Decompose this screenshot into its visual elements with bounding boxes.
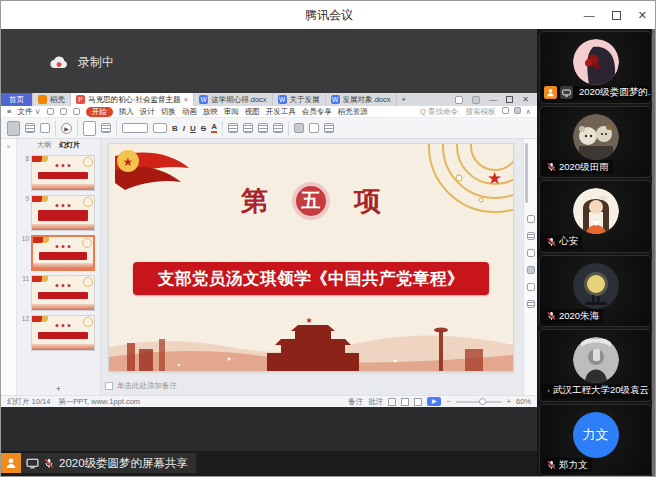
- help-icon[interactable]: [527, 283, 535, 291]
- bullet-list-icon[interactable]: [258, 123, 268, 133]
- cut-copy-icons[interactable]: [25, 123, 35, 133]
- layout-switch-icon[interactable]: [455, 96, 463, 104]
- menu-item-devtools[interactable]: 开发工具: [266, 107, 296, 117]
- comments-pane-icon[interactable]: [527, 266, 535, 274]
- participant-tile[interactable]: 心安: [539, 180, 652, 253]
- menu-item-view[interactable]: 视图: [245, 107, 260, 117]
- new-tab-button[interactable]: +: [397, 93, 411, 106]
- add-slide-button[interactable]: +: [17, 384, 100, 394]
- collaborate-icon[interactable]: [502, 107, 509, 114]
- participant-name: 郑力文: [559, 459, 588, 472]
- maximize-button[interactable]: [612, 11, 621, 20]
- font-family-select[interactable]: [122, 123, 148, 133]
- minimize-button[interactable]: —: [584, 9, 595, 21]
- participant-tile[interactable]: 2020级田雨: [539, 106, 652, 179]
- wps-maximize-button[interactable]: [506, 96, 513, 103]
- recording-label: 录制中: [78, 54, 114, 71]
- participant-tile[interactable]: 力文 郑力文: [539, 404, 652, 477]
- menu-item-transition[interactable]: 切换: [161, 107, 176, 117]
- shape-outline-icon[interactable]: [309, 123, 319, 133]
- participant-name-chip: 2020级田雨: [543, 160, 613, 174]
- zoom-out-button[interactable]: −: [446, 397, 450, 406]
- slide-thumbnail-8[interactable]: [31, 155, 95, 191]
- menu-item-design[interactable]: 设计: [140, 107, 155, 117]
- comments-toggle[interactable]: 批注: [368, 397, 383, 407]
- wps-tabbar: 首页 稻壳 P 马克思的初心·社会监督主题 × W 这学期心得.docx W 关…: [1, 93, 537, 106]
- slides-tab[interactable]: 幻灯片: [59, 140, 80, 150]
- menu-item-docer-res[interactable]: 稻壳资源: [338, 107, 368, 117]
- slide-thumbnail-12[interactable]: [31, 315, 95, 351]
- bold-button[interactable]: B: [172, 124, 178, 133]
- tab-doc2[interactable]: W 关于发展: [273, 93, 326, 106]
- muted-mic-icon: [44, 458, 54, 469]
- editor-scrollbar[interactable]: [525, 143, 528, 203]
- properties-icon[interactable]: [527, 215, 535, 223]
- command-search[interactable]: Q 查找命令、搜索模板: [420, 107, 495, 117]
- participant-tile[interactable]: 2020朱海: [539, 255, 652, 328]
- format-painter-icon[interactable]: [40, 123, 50, 133]
- menu-item-slideshow[interactable]: 放映: [203, 107, 218, 117]
- menu-item-home[interactable]: 开始: [86, 107, 113, 117]
- file-menu[interactable]: 文件 ∨: [17, 107, 40, 117]
- notes-toggle[interactable]: 备注: [348, 397, 363, 407]
- tab-docer[interactable]: 稻壳: [33, 93, 71, 106]
- slide-thumbnail-10-selected[interactable]: [31, 235, 95, 271]
- wps-minimize-button[interactable]: —: [489, 95, 497, 104]
- paste-button[interactable]: [7, 121, 20, 136]
- ribbon-collapse-icon[interactable]: ∧: [526, 107, 532, 116]
- participant-tile[interactable]: 2020级娄圆梦的...: [539, 31, 652, 104]
- wps-window: 首页 稻壳 P 马克思的初心·社会监督主题 × W 这学期心得.docx W 关…: [1, 93, 537, 407]
- participant-tile[interactable]: 武汉工程大学20级袁云: [539, 329, 652, 402]
- strikethrough-button[interactable]: S: [201, 124, 206, 133]
- shape-fill-icon[interactable]: [294, 123, 304, 133]
- notes-placeholder[interactable]: 单击此处添加备注: [105, 381, 177, 391]
- settings-icon[interactable]: [527, 249, 535, 257]
- new-slide-button[interactable]: [83, 121, 96, 136]
- sidebar-scrollbar[interactable]: [652, 29, 655, 477]
- print-icon[interactable]: [60, 108, 67, 115]
- workspace-icon[interactable]: [472, 96, 480, 104]
- close-button[interactable]: ✕: [638, 9, 647, 22]
- outline-tab[interactable]: 大纲: [37, 140, 51, 150]
- text-direction-icon[interactable]: [324, 123, 334, 133]
- play-from-start-button[interactable]: ▶: [61, 123, 72, 134]
- tab-wps-home[interactable]: 首页: [1, 93, 33, 106]
- participant-name-chip: 2020级娄圆梦的...: [543, 86, 652, 100]
- menu-item-review[interactable]: 审阅: [224, 107, 239, 117]
- hamburger-menu-icon[interactable]: ≡: [7, 107, 11, 116]
- menu-item-member[interactable]: 会员专享: [302, 107, 332, 117]
- save-icon[interactable]: [47, 108, 54, 115]
- slide-thumbnail-9[interactable]: [31, 195, 95, 231]
- tab-doc3[interactable]: W 发展对象.docx: [326, 93, 397, 106]
- slide-layout-button[interactable]: [101, 123, 111, 133]
- zoom-slider[interactable]: [456, 401, 502, 403]
- align-center-icon[interactable]: [243, 123, 253, 133]
- undo-icon[interactable]: [73, 108, 80, 115]
- zoom-in-button[interactable]: +: [507, 397, 511, 406]
- current-slide[interactable]: ★ ★ 第 五: [109, 144, 513, 371]
- slide-thumbnail-11[interactable]: [31, 275, 95, 311]
- right-tool-strip: [523, 139, 537, 395]
- animation-pane-icon[interactable]: [527, 232, 535, 240]
- normal-view-icon[interactable]: [388, 398, 396, 406]
- avatar: [573, 263, 619, 309]
- avatar: [573, 39, 619, 85]
- italic-button[interactable]: I: [183, 124, 185, 133]
- reading-view-icon[interactable]: [414, 398, 422, 406]
- menu-item-animation[interactable]: 动画: [182, 107, 197, 117]
- font-size-select[interactable]: [153, 123, 167, 133]
- tab-close-icon[interactable]: ×: [184, 95, 189, 104]
- share-doc-icon[interactable]: [514, 107, 521, 114]
- font-color-button[interactable]: A: [211, 123, 217, 133]
- tab-active-ppt[interactable]: P 马克思的初心·社会监督主题 ×: [71, 93, 194, 106]
- align-left-icon[interactable]: [228, 123, 238, 133]
- underline-button[interactable]: U: [190, 124, 196, 133]
- tab-doc1[interactable]: W 这学期心得.docx: [194, 93, 272, 106]
- slideshow-play-button[interactable]: ▶: [427, 397, 441, 406]
- menu-item-insert[interactable]: 插入: [119, 107, 134, 117]
- sorter-view-icon[interactable]: [401, 398, 409, 406]
- avatar: [573, 188, 619, 234]
- wps-close-button[interactable]: ✕: [522, 95, 529, 104]
- line-spacing-icon[interactable]: [273, 123, 283, 133]
- more-tools-icon[interactable]: [527, 300, 535, 308]
